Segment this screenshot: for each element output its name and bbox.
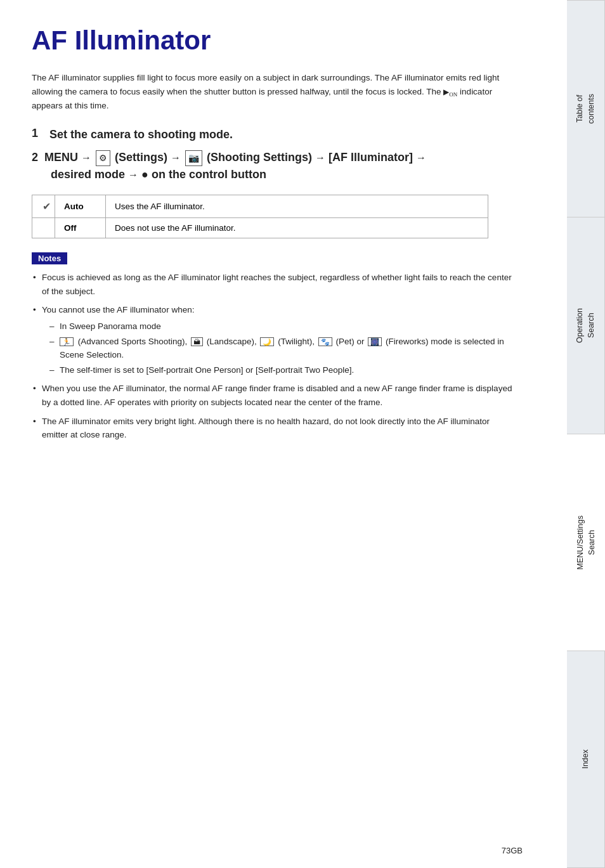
tab-label-toc: Table ofcontents (575, 94, 597, 124)
note-2: You cannot use the AF illuminator when: … (32, 303, 514, 377)
tab-label-operation: OperationSearch (575, 308, 597, 343)
step-2-text: 2 MENU → ⚙ (Settings) → 📷 (Shooting Sett… (32, 151, 426, 181)
auto-label: Auto (55, 195, 106, 218)
sidebar: Table ofcontents OperationSearch MENU/Se… (567, 0, 605, 868)
step-2: 2 MENU → ⚙ (Settings) → 📷 (Shooting Sett… (32, 149, 535, 183)
table-row-off: Off Does not use the AF illuminator. (32, 218, 488, 238)
page-title: AF Illuminator (32, 25, 535, 56)
sidebar-tab-operation-search[interactable]: OperationSearch (567, 217, 605, 434)
tab-label-index: Index (580, 749, 592, 769)
main-content: AF Illuminator The AF illuminator suppli… (0, 0, 567, 868)
tab-label-menu: MENU/SettingsSearch (575, 515, 597, 569)
notes-section: Notes Focus is achieved as long as the A… (32, 252, 535, 442)
step-1-text: Set the camera to shooting mode. (49, 127, 233, 143)
sidebar-tab-table-of-contents[interactable]: Table ofcontents (567, 0, 605, 217)
sidebar-tab-index[interactable]: Index (567, 651, 605, 868)
notes-list: Focus is achieved as long as the AF illu… (32, 271, 535, 442)
auto-desc: Uses the AF illuminator. (106, 195, 488, 218)
note-3: When you use the AF illuminator, the nor… (32, 382, 514, 409)
notes-badge: Notes (32, 252, 67, 264)
table-row-auto: ✔ Auto Uses the AF illuminator. (32, 195, 488, 218)
checkmark-icon: ✔ (42, 201, 51, 212)
note-2-sub-2: 🏃 (Advanced Sports Shooting), 🏔 (Landsca… (48, 335, 514, 362)
settings-table: ✔ Auto Uses the AF illuminator. Off Does… (32, 195, 488, 238)
note-2-sub-3: The self-timer is set to [Self-portrait … (48, 363, 514, 377)
note-1: Focus is achieved as long as the AF illu… (32, 271, 514, 298)
note-4: The AF illuminator emits very bright lig… (32, 415, 514, 442)
off-label: Off (55, 218, 106, 238)
auto-icon-cell: ✔ (32, 195, 55, 218)
intro-paragraph: The AF illuminator supplies fill light t… (32, 71, 507, 113)
sidebar-tab-menu-settings[interactable]: MENU/SettingsSearch (567, 434, 605, 651)
off-desc: Does not use the AF illuminator. (106, 218, 488, 238)
note-2-sub-1: In Sweep Panorama mode (48, 320, 514, 334)
step-1: 1 Set the camera to shooting mode. (32, 127, 535, 143)
step-1-number: 1 (32, 127, 44, 140)
note-2-sublist: In Sweep Panorama mode 🏃 (Advanced Sport… (48, 320, 514, 377)
page-number: 73GB (502, 846, 523, 855)
off-icon-cell (32, 218, 55, 238)
